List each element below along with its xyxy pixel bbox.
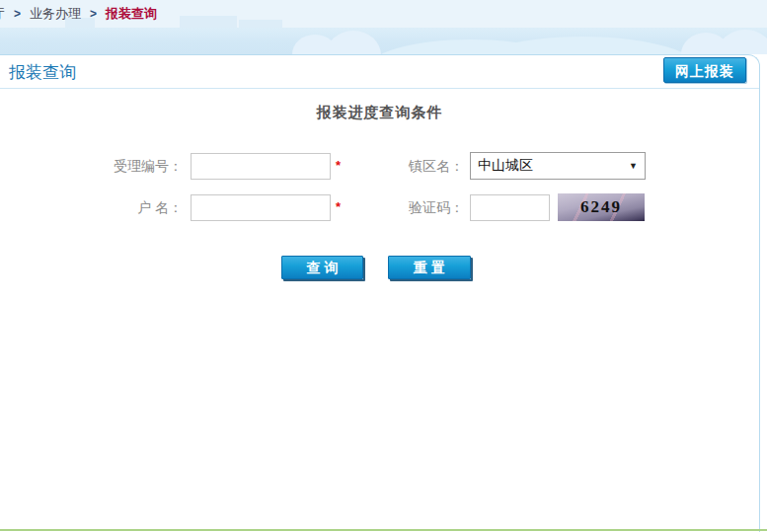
chevron-right-icon: > bbox=[14, 7, 21, 21]
skyline-decor bbox=[180, 16, 237, 28]
chevron-down-icon: ▼ bbox=[629, 161, 645, 171]
query-button[interactable]: 查 询 bbox=[281, 256, 363, 279]
captcha-label: 验证码： bbox=[326, 199, 464, 217]
town-select[interactable]: 中山城区 ▼ bbox=[470, 152, 646, 180]
captcha-input[interactable] bbox=[470, 194, 550, 221]
page-title: 报装查询 bbox=[9, 61, 76, 84]
chevron-right-icon: > bbox=[90, 7, 97, 21]
breadcrumb-item-home[interactable]: 厅 bbox=[0, 5, 5, 23]
form-title: 报装进度查询条件 bbox=[0, 104, 759, 122]
online-apply-button[interactable]: 网上报装 bbox=[663, 57, 746, 83]
skyline-decor bbox=[239, 20, 282, 28]
cloud-shape bbox=[717, 30, 767, 54]
account-name-input[interactable] bbox=[191, 194, 331, 221]
captcha-code: 6249 bbox=[580, 197, 622, 217]
bottom-green-line bbox=[0, 529, 767, 531]
breadcrumb-item-current: 报装查询 bbox=[106, 5, 157, 23]
content-panel: 报装查询 网上报装 报装进度查询条件 受理编号： * 镇区名： 中山城区 ▼ 户… bbox=[0, 54, 760, 532]
header-divider bbox=[0, 88, 759, 89]
accept-no-label: 受理编号： bbox=[39, 158, 183, 176]
captcha-image[interactable]: 6249 bbox=[558, 193, 645, 221]
reset-button[interactable]: 重 置 bbox=[388, 256, 471, 279]
hill-shape bbox=[464, 37, 701, 54]
town-label: 镇区名： bbox=[326, 158, 464, 176]
cloud-band bbox=[0, 28, 767, 54]
cloud-shape bbox=[326, 31, 381, 54]
breadcrumb: 厅 > 业务办理 > 报装查询 bbox=[0, 0, 157, 28]
breadcrumb-item-business[interactable]: 业务办理 bbox=[30, 5, 81, 23]
account-name-label: 户 名： bbox=[39, 199, 183, 217]
town-select-value: 中山城区 bbox=[471, 157, 629, 175]
page: 厅 > 业务办理 > 报装查询 报装查询 网上报装 报装进度查询条件 受理编号：… bbox=[0, 0, 767, 532]
breadcrumb-bar: 厅 > 业务办理 > 报装查询 bbox=[0, 0, 767, 28]
accept-no-input[interactable] bbox=[191, 153, 331, 180]
